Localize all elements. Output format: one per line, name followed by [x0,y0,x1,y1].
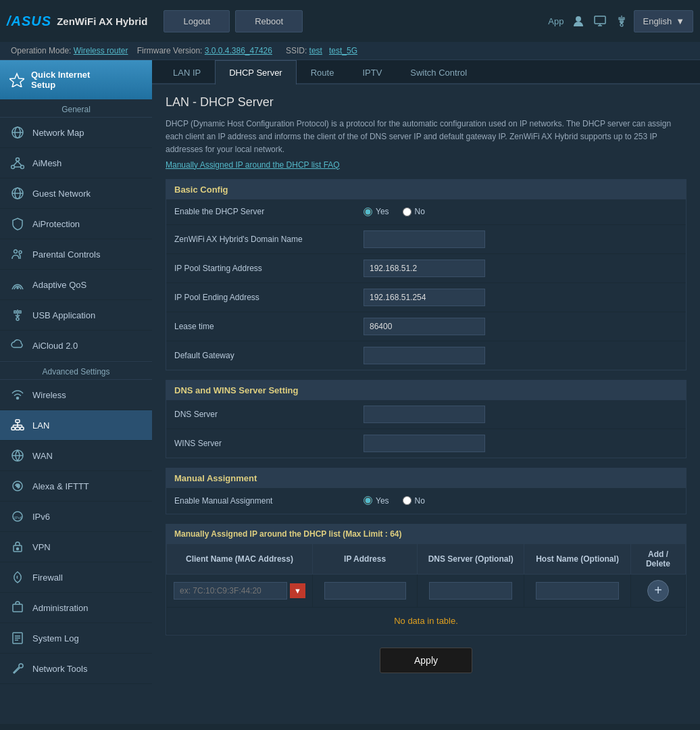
firewall-icon [9,569,26,585]
enable-manual-yes-radio[interactable] [364,496,372,505]
tab-lan-ip[interactable]: LAN IP [159,60,215,84]
sidebar-item-label: Network Tools [32,664,87,674]
topbar: /ASUS ZenWiFi AX Hybrid Logout Reboot Ap… [0,0,700,42]
sidebar-item-aimesh[interactable]: AiMesh [0,148,152,178]
ssid-5g-link[interactable]: test_5G [329,46,357,55]
dns-server-input[interactable] [364,406,485,423]
enable-dhcp-no-label[interactable]: No [403,207,425,216]
sidebar-item-alexa-ifttt[interactable]: Alexa & IFTTT [0,471,152,502]
enable-dhcp-no-radio[interactable] [403,208,411,216]
domain-name-row: ZenWiFi AX Hybrid's Domain Name [166,225,686,254]
user-icon[interactable] [572,14,585,28]
app-label: App [548,16,564,26]
sidebar-item-vpn[interactable]: VPN [0,532,152,562]
domain-name-input[interactable] [364,230,485,248]
apply-button[interactable]: Apply [380,648,472,673]
sidebar-item-system-log[interactable]: System Log [0,623,152,654]
enable-manual-radio-group: Yes No [364,496,678,506]
sidebar-item-wireless[interactable]: Wireless [0,380,152,410]
lease-time-input[interactable] [364,318,485,335]
sidebar-item-aiprotection[interactable]: AiProtection [0,209,152,239]
firmware-link[interactable]: 3.0.0.4.386_47426 [205,46,272,55]
sidebar-item-aicloud[interactable]: AiCloud 2.0 [0,331,152,361]
monitor-icon[interactable] [593,14,607,28]
operation-mode: Operation Mode: Wireless router Firmware… [11,46,272,55]
default-gateway-input[interactable] [364,347,485,364]
usb-icon[interactable] [615,14,628,28]
language-selector[interactable]: English ▼ [634,10,693,32]
ip-pool-end-input[interactable] [364,289,485,306]
sidebar-item-adaptive-qos[interactable]: Adaptive QoS [0,270,152,300]
enable-manual-label: Enable Manual Assignment [174,496,364,506]
tab-switch-control[interactable]: Switch Control [396,60,481,84]
sidebar-item-ipv6[interactable]: IPv6 IPv6 [0,502,152,532]
signal-icon [9,276,26,293]
svg-point-0 [576,16,581,22]
enable-manual-no-label[interactable]: No [403,496,425,506]
sidebar-item-label: AiProtection [32,219,80,229]
reboot-button[interactable]: Reboot [235,10,303,32]
col-add-delete: Add / Delete [630,543,685,574]
svg-point-21 [16,318,19,320]
sidebar-item-firewall[interactable]: Firewall [0,562,152,593]
brand-name: ZenWiFi AX Hybrid [57,16,147,27]
ssid-2g-link[interactable]: test [309,46,322,55]
dhcp-list-section: Manually Assigned IP around the DHCP lis… [166,524,686,635]
mac-address-cell: ▼ [167,574,313,607]
dns-optional-cell [418,574,524,607]
sidebar-item-administration[interactable]: Administration [0,593,152,623]
sidebar-item-network-tools[interactable]: Network Tools [0,654,152,684]
default-gateway-label: Default Gateway [174,351,364,360]
mac-address-input[interactable] [174,582,287,600]
quick-setup-label: Quick InternetSetup [31,70,90,90]
sidebar: Quick InternetSetup General Network Map … [0,60,152,724]
enable-manual-yes-label[interactable]: Yes [364,496,389,506]
quick-setup-button[interactable]: Quick InternetSetup [0,60,152,99]
sidebar-item-label: System Log [32,633,79,643]
svg-line-11 [18,162,22,166]
sidebar-item-parental-controls[interactable]: Parental Controls [0,239,152,270]
sidebar-item-label: Parental Controls [32,249,100,260]
sidebar-item-label: LAN [32,420,49,431]
basic-config-section: Basic Config Enable the DHCP Server Yes … [166,179,686,370]
sidebar-item-network-map[interactable]: Network Map [0,118,152,148]
sidebar-item-lan[interactable]: LAN [0,410,152,441]
tabs-bar: LAN IP DHCP Server Route IPTV Switch Con… [152,60,700,84]
enable-dhcp-yes-radio[interactable] [364,208,372,216]
sidebar-item-label: Firewall [32,573,63,583]
svg-point-2 [620,24,623,26]
quick-setup-icon [9,72,24,87]
sidebar-item-label: Network Map [32,128,84,138]
family-icon [9,246,26,262]
ip-pool-start-input[interactable] [364,260,485,277]
sidebar-item-wan[interactable]: WAN [0,441,152,471]
tab-iptv[interactable]: IPTV [348,60,396,84]
wins-server-input[interactable] [364,435,485,452]
ssid-info: SSID: test test_5G [286,46,357,55]
enable-dhcp-yes-label[interactable]: Yes [364,207,389,216]
sidebar-item-label: WAN [32,451,53,461]
dns-wins-section: DNS and WINS Server Setting DNS Server W… [166,380,686,458]
sidebar-item-usb-application[interactable]: USB Application [0,300,152,331]
logout-button[interactable]: Logout [164,10,230,32]
operation-mode-link[interactable]: Wireless router [74,46,128,55]
mac-dropdown-button[interactable]: ▼ [290,583,305,598]
svg-point-16 [14,250,18,253]
wins-server-label: WINS Server [174,439,364,448]
ip-address-input[interactable] [324,582,406,600]
host-optional-input[interactable] [536,582,619,600]
enable-manual-row: Enable Manual Assignment Yes No [166,488,686,514]
enable-dhcp-control: Yes No [364,207,678,216]
lease-time-label: Lease time [174,322,364,331]
mac-row: ▼ [174,582,305,600]
manual-assignment-section: Manual Assignment Enable Manual Assignme… [166,468,686,514]
enable-manual-no-radio[interactable] [403,496,411,505]
col-host-name: Host Name (Optional) [524,543,631,574]
sidebar-item-guest-network[interactable]: Guest Network [0,178,152,209]
tab-route[interactable]: Route [297,60,349,84]
tab-dhcp-server[interactable]: DHCP Server [215,60,297,84]
add-button[interactable]: + [647,580,669,602]
faq-link[interactable]: Manually Assigned IP around the DHCP lis… [166,160,340,170]
dns-optional-input[interactable] [429,582,512,600]
svg-rect-39 [13,604,22,612]
